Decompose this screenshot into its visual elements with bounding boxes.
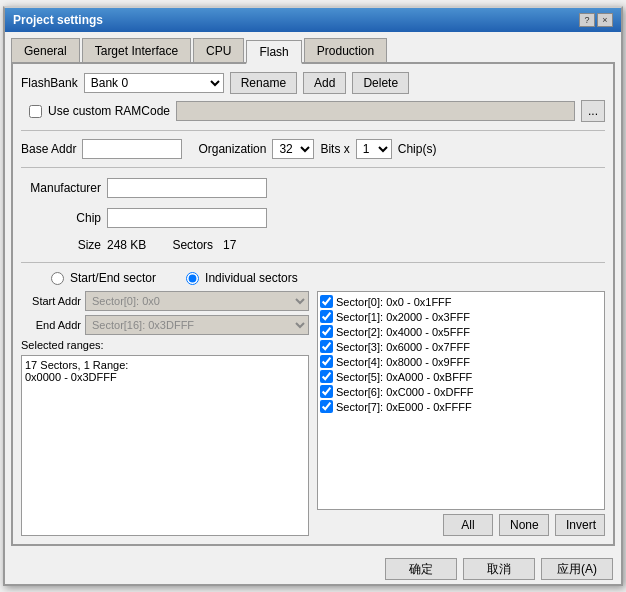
sector-buttons-row: All None Invert — [317, 514, 605, 536]
radio-row: Start/End sector Individual sectors — [21, 271, 605, 285]
manufacturer-row: Manufacturer NXP — [21, 178, 605, 198]
end-addr-label: End Addr — [21, 319, 81, 331]
sector-6-checkbox[interactable] — [320, 385, 333, 398]
size-value: 248 KB — [107, 238, 146, 252]
left-sector-panel: Start Addr Sector[0]: 0x0 End Addr Secto… — [21, 291, 309, 536]
manufacturer-input[interactable]: NXP — [107, 178, 267, 198]
chip-label: Chip — [21, 211, 101, 225]
base-addr-label: Base Addr — [21, 142, 76, 156]
sector-0-label: Sector[0]: 0x0 - 0x1FFF — [336, 296, 452, 308]
size-label: Size — [21, 238, 101, 252]
size-row: Size 248 KB Sectors 17 — [21, 238, 605, 252]
chip-input[interactable]: LPC2214 internal — [107, 208, 267, 228]
sector-3-checkbox[interactable] — [320, 340, 333, 353]
sector-2-checkbox[interactable] — [320, 325, 333, 338]
flash-panel: FlashBank Bank 0 Rename Add Delete Use c… — [11, 64, 615, 546]
sector-5-checkbox[interactable] — [320, 370, 333, 383]
title-bar: Project settings ? × — [5, 8, 621, 32]
tab-production[interactable]: Production — [304, 38, 387, 62]
base-addr-input[interactable]: 00000000 — [82, 139, 182, 159]
chip-row: Chip LPC2214 internal — [21, 208, 605, 228]
list-item: Sector[5]: 0xA000 - 0xBFFF — [320, 369, 602, 384]
window-title: Project settings — [13, 13, 103, 27]
sector-2-label: Sector[2]: 0x4000 - 0x5FFF — [336, 326, 470, 338]
sectors-label: Sectors — [172, 238, 213, 252]
help-button[interactable]: ? — [579, 13, 595, 27]
flashbank-label: FlashBank — [21, 76, 78, 90]
individual-label: Individual sectors — [205, 271, 298, 285]
content-area: General Target Interface CPU Flash Produ… — [5, 32, 621, 552]
list-item: Sector[3]: 0x6000 - 0x7FFF — [320, 339, 602, 354]
none-button[interactable]: None — [499, 514, 549, 536]
org-select[interactable]: 8 16 32 — [272, 139, 314, 159]
start-end-radio-group: Start/End sector — [51, 271, 156, 285]
start-addr-select[interactable]: Sector[0]: 0x0 — [85, 291, 309, 311]
flashbank-row: FlashBank Bank 0 Rename Add Delete — [21, 72, 605, 94]
divider1 — [21, 130, 605, 131]
sector-area: Start Addr Sector[0]: 0x0 End Addr Secto… — [21, 291, 605, 536]
sector-list: Sector[0]: 0x0 - 0x1FFF Sector[1]: 0x200… — [317, 291, 605, 510]
add-button[interactable]: Add — [303, 72, 346, 94]
selected-ranges-box: 17 Sectors, 1 Range: 0x0000 - 0x3DFFF — [21, 355, 309, 536]
list-item: Sector[6]: 0xC000 - 0xDFFF — [320, 384, 602, 399]
list-item: Sector[7]: 0xE000 - 0xFFFF — [320, 399, 602, 414]
sector-3-label: Sector[3]: 0x6000 - 0x7FFF — [336, 341, 470, 353]
chips-label: Chip(s) — [398, 142, 437, 156]
sector-4-checkbox[interactable] — [320, 355, 333, 368]
flashbank-select[interactable]: Bank 0 — [84, 73, 224, 93]
apply-button[interactable]: 应用(A) — [541, 558, 613, 580]
list-item: Sector[2]: 0x4000 - 0x5FFF — [320, 324, 602, 339]
sector-5-label: Sector[5]: 0xA000 - 0xBFFF — [336, 371, 472, 383]
tab-bar: General Target Interface CPU Flash Produ… — [11, 38, 615, 64]
sector-1-label: Sector[1]: 0x2000 - 0x3FFF — [336, 311, 470, 323]
all-button[interactable]: All — [443, 514, 493, 536]
invert-button[interactable]: Invert — [555, 514, 605, 536]
tab-general[interactable]: General — [11, 38, 80, 62]
ok-button[interactable]: 确定 — [385, 558, 457, 580]
end-addr-select[interactable]: Sector[16]: 0x3DFFF — [85, 315, 309, 335]
start-addr-label: Start Addr — [21, 295, 81, 307]
custom-ramcode-row: Use custom RAMCode ... — [21, 100, 605, 122]
list-item: Sector[4]: 0x8000 - 0x9FFF — [320, 354, 602, 369]
custom-ramcode-input[interactable] — [176, 101, 575, 121]
sector-0-checkbox[interactable] — [320, 295, 333, 308]
start-end-label: Start/End sector — [70, 271, 156, 285]
tab-flash[interactable]: Flash — [246, 40, 301, 64]
list-item: Sector[1]: 0x2000 - 0x3FFF — [320, 309, 602, 324]
bits-label: Bits x — [320, 142, 349, 156]
bits-select[interactable]: 1 2 4 — [356, 139, 392, 159]
delete-button[interactable]: Delete — [352, 72, 409, 94]
rename-button[interactable]: Rename — [230, 72, 297, 94]
sector-7-checkbox[interactable] — [320, 400, 333, 413]
sector-1-checkbox[interactable] — [320, 310, 333, 323]
sector-7-label: Sector[7]: 0xE000 - 0xFFFF — [336, 401, 472, 413]
base-addr-row: Base Addr 00000000 Organization 8 16 32 … — [21, 139, 605, 159]
individual-radio[interactable] — [186, 272, 199, 285]
cancel-button[interactable]: 取消 — [463, 558, 535, 580]
close-button[interactable]: × — [597, 13, 613, 27]
project-settings-window: Project settings ? × General Target Inte… — [3, 6, 623, 586]
manufacturer-label: Manufacturer — [21, 181, 101, 195]
divider3 — [21, 262, 605, 263]
individual-radio-group: Individual sectors — [186, 271, 298, 285]
divider2 — [21, 167, 605, 168]
start-end-radio[interactable] — [51, 272, 64, 285]
list-item: Sector[0]: 0x0 - 0x1FFF — [320, 294, 602, 309]
tab-cpu[interactable]: CPU — [193, 38, 244, 62]
sectors-value: 17 — [223, 238, 236, 252]
bottom-buttons: 确定 取消 应用(A) — [5, 552, 621, 584]
custom-ramcode-checkbox[interactable] — [29, 105, 42, 118]
org-label: Organization — [198, 142, 266, 156]
right-sector-panel: Sector[0]: 0x0 - 0x1FFF Sector[1]: 0x200… — [317, 291, 605, 536]
selected-ranges-text: 17 Sectors, 1 Range: 0x0000 - 0x3DFFF — [25, 359, 305, 383]
title-buttons: ? × — [579, 13, 613, 27]
selected-ranges-label: Selected ranges: — [21, 339, 309, 351]
start-addr-row: Start Addr Sector[0]: 0x0 — [21, 291, 309, 311]
sector-6-label: Sector[6]: 0xC000 - 0xDFFF — [336, 386, 474, 398]
tab-target-interface[interactable]: Target Interface — [82, 38, 191, 62]
end-addr-row: End Addr Sector[16]: 0x3DFFF — [21, 315, 309, 335]
browse-button[interactable]: ... — [581, 100, 605, 122]
custom-ramcode-label: Use custom RAMCode — [48, 104, 170, 118]
sector-4-label: Sector[4]: 0x8000 - 0x9FFF — [336, 356, 470, 368]
